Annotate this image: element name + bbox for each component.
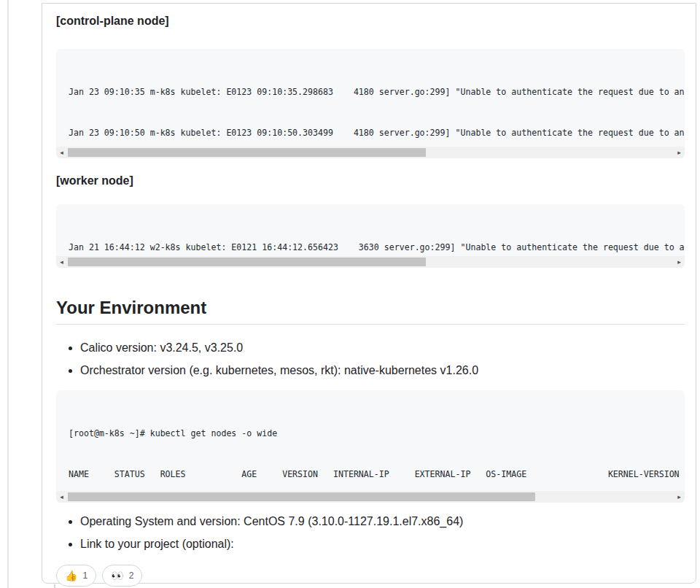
worker-node-label: [worker node] xyxy=(56,174,685,188)
reaction-thumbs-up-button[interactable]: 👍 1 xyxy=(56,565,96,587)
scroll-right-arrow-icon[interactable]: ▸ xyxy=(674,491,685,503)
page-left-rule xyxy=(7,0,9,588)
horizontal-scrollbar[interactable]: ◂ ▸ xyxy=(56,256,685,268)
list-item: Link to your project (optional): xyxy=(80,535,685,553)
scroll-left-arrow-icon[interactable]: ◂ xyxy=(56,491,67,503)
issue-comment-container: [control-plane node] Jan 23 09:10:35 m-k… xyxy=(42,3,696,584)
your-environment-heading: Your Environment xyxy=(56,297,685,325)
reaction-eyes-button[interactable]: 👀 2 xyxy=(102,565,142,587)
scroll-right-arrow-icon[interactable]: ▸ xyxy=(674,147,685,158)
scrollbar-thumb[interactable] xyxy=(68,148,426,157)
control-plane-log-text: Jan 23 09:10:35 m-k8s kubelet: E0123 09:… xyxy=(56,49,685,158)
reactions-bar: 👍 1 👀 2 xyxy=(56,565,685,587)
thumbs-up-icon: 👍 xyxy=(65,570,77,581)
scroll-left-arrow-icon[interactable]: ◂ xyxy=(56,256,67,268)
environment-list-top: Calico version: v3.24.5, v3.25.0 Orchest… xyxy=(56,339,685,379)
code-block-worker-log: Jan 21 16:44:12 w2-k8s kubelet: E0121 16… xyxy=(56,204,685,268)
reaction-count: 2 xyxy=(129,570,134,581)
scrollbar-track[interactable] xyxy=(67,147,674,158)
scrollbar-track[interactable] xyxy=(67,256,674,268)
control-plane-node-label: [control-plane node] xyxy=(56,14,685,28)
scrollbar-thumb[interactable] xyxy=(68,258,426,266)
list-item: Operating System and version: CentOS 7.9… xyxy=(80,513,685,530)
environment-list-bottom: Operating System and version: CentOS 7.9… xyxy=(56,513,685,553)
list-item: Orchestrator version (e.g. kubernetes, m… xyxy=(80,362,685,379)
scroll-right-arrow-icon[interactable]: ▸ xyxy=(674,256,685,268)
comment-body: [control-plane node] Jan 23 09:10:35 m-k… xyxy=(42,4,696,588)
timeline-thread-stub xyxy=(54,584,55,588)
code-block-kubectl-nodes: [root@m-k8s ~]# kubectl get nodes -o wid… xyxy=(56,390,685,503)
kubectl-nodes-text: [root@m-k8s ~]# kubectl get nodes -o wid… xyxy=(56,390,685,503)
log-line: Jan 21 16:44:12 w2-k8s kubelet: E0121 16… xyxy=(69,241,685,255)
scrollbar-track[interactable] xyxy=(67,491,674,503)
horizontal-scrollbar[interactable]: ◂ ▸ xyxy=(56,147,685,158)
table-line: [root@m-k8s ~]# kubectl get nodes -o wid… xyxy=(69,427,685,441)
table-line: NAME STATUS ROLES AGE VERSION INTERNAL-I… xyxy=(69,468,685,481)
horizontal-scrollbar[interactable]: ◂ ▸ xyxy=(56,491,685,503)
log-line: Jan 23 09:10:35 m-k8s kubelet: E0123 09:… xyxy=(69,85,685,99)
log-line: Jan 23 09:10:50 m-k8s kubelet: E0123 09:… xyxy=(69,126,685,140)
list-item: Calico version: v3.24.5, v3.25.0 xyxy=(80,339,685,357)
reaction-count: 1 xyxy=(82,570,88,581)
scroll-left-arrow-icon[interactable]: ◂ xyxy=(56,147,67,158)
eyes-icon: 👀 xyxy=(111,570,123,581)
code-block-control-plane-log: Jan 23 09:10:35 m-k8s kubelet: E0123 09:… xyxy=(56,49,685,158)
scrollbar-thumb[interactable] xyxy=(68,492,535,501)
